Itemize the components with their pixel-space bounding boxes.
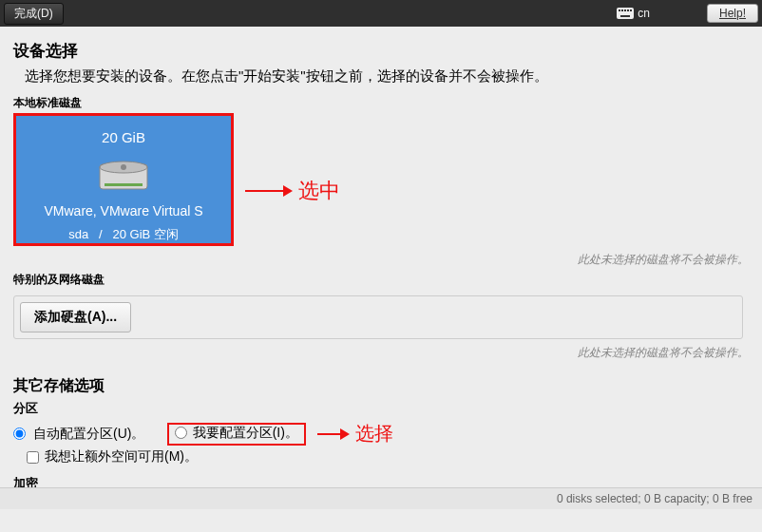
svg-rect-5 [630, 10, 632, 11]
svg-rect-0 [617, 8, 634, 19]
keyboard-icon [617, 8, 634, 19]
manual-partition-label[interactable]: 我要配置分区(I)。 [193, 425, 298, 442]
svg-rect-4 [627, 10, 629, 11]
main-panel: 设备选择 选择您想要安装的设备。在您点击"开始安装"按钮之前，选择的设备并不会被… [0, 27, 762, 509]
local-disks-heading: 本地标准磁盘 [13, 95, 749, 111]
keyboard-layout-indicator[interactable]: cn [617, 7, 650, 20]
disk-sub-label: sda / 20 GiB 空闲 [16, 226, 231, 243]
done-button[interactable]: 完成(D) [4, 3, 64, 25]
arrow-right-icon [245, 183, 293, 199]
page-title: 设备选择 [13, 40, 749, 62]
auto-partition-label[interactable]: 自动配置分区(U)。 [33, 426, 144, 443]
manual-partition-highlight: 我要配置分区(I)。 [167, 423, 306, 446]
intro-text: 选择您想要安装的设备。在您点击"开始安装"按钮之前，选择的设备并不会被操作。 [25, 67, 749, 86]
unselected-disks-hint-2: 此处未选择的磁盘将不会被操作。 [13, 345, 749, 361]
extra-space-label[interactable]: 我想让额外空间可用(M)。 [45, 448, 198, 466]
manual-partition-radio[interactable] [175, 427, 187, 439]
partition-heading: 分区 [13, 400, 749, 417]
annotation-choose: 选择 [317, 421, 393, 446]
annotation-selected: 选中 [245, 177, 340, 205]
svg-rect-3 [624, 10, 626, 11]
annotation-choose-text: 选择 [355, 421, 393, 446]
svg-rect-2 [621, 10, 623, 11]
help-button[interactable]: Help! [707, 4, 758, 23]
extra-space-checkbox[interactable] [27, 451, 39, 464]
svg-rect-1 [619, 10, 620, 11]
disk-tile-sda[interactable]: 20 GiB VMware, VMware Virtual S sda / 20… [13, 113, 234, 246]
arrow-right-icon [317, 428, 350, 441]
status-bar: 0 disks selected; 0 B capacity; 0 B free [0, 487, 762, 509]
harddisk-icon [99, 157, 148, 196]
svg-rect-6 [620, 15, 630, 17]
other-storage-heading: 其它存储选项 [13, 376, 749, 396]
special-disks-heading: 特别的及网络磁盘 [13, 272, 749, 288]
annotation-selected-text: 选中 [298, 177, 340, 205]
disk-model-label: VMware, VMware Virtual S [16, 203, 231, 218]
keyboard-layout-label: cn [638, 7, 650, 20]
disk-size-label: 20 GiB [16, 129, 231, 145]
special-disks-area: 添加硬盘(A)... [13, 295, 743, 339]
top-bar: 完成(D) cn Help! [0, 0, 762, 27]
svg-rect-10 [105, 183, 143, 186]
svg-point-9 [121, 164, 126, 170]
auto-partition-radio[interactable] [13, 428, 26, 440]
svg-marker-14 [340, 428, 350, 440]
unselected-disks-hint-1: 此处未选择的磁盘将不会被操作。 [13, 252, 749, 268]
add-disk-button[interactable]: 添加硬盘(A)... [20, 302, 131, 332]
svg-marker-12 [283, 185, 293, 197]
